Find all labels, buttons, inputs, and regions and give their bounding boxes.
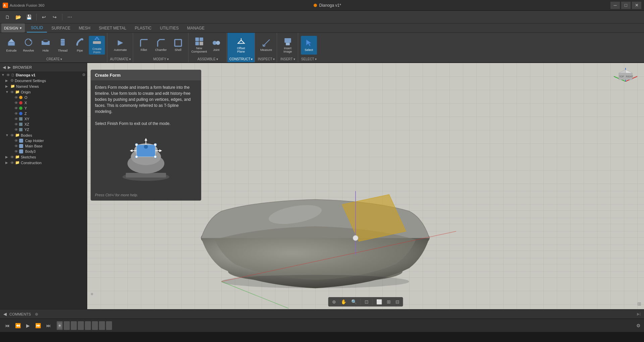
- tooltip-footer: Press Ctrl+/ for more help.: [91, 191, 201, 200]
- origin-yz-label: YZ: [24, 128, 29, 132]
- timeline-settings-btn[interactable]: ⚙: [636, 323, 641, 328]
- root-settings-icon[interactable]: ⚙: [82, 73, 86, 77]
- fit-screen-btn[interactable]: ⊡: [363, 298, 370, 305]
- qa-extra1[interactable]: ⋯: [65, 12, 74, 22]
- thread-button[interactable]: Thread: [55, 36, 71, 55]
- origin-y-dot-icon: [19, 107, 22, 110]
- thread-icon: [58, 38, 67, 48]
- cap-holder-body-icon: [19, 139, 23, 143]
- origin-xy-item[interactable]: 👁 XY: [0, 116, 87, 122]
- timeline-marker-1[interactable]: [57, 321, 63, 330]
- browser-back-btn[interactable]: ◀: [3, 65, 6, 70]
- viewport[interactable]: Create Form Enters Form mode and inserts…: [87, 63, 644, 309]
- modify-caret-icon: ▾: [167, 57, 169, 61]
- redo-button[interactable]: ↪: [50, 12, 59, 22]
- pipe-button[interactable]: Pipe: [72, 36, 88, 55]
- tab-sheet-metal[interactable]: SHEET METAL: [95, 23, 130, 32]
- origin-z-item[interactable]: 👁 Z: [0, 111, 87, 116]
- ribbon-section-modify: Fillet Chamfer Shell MODIFY ▾: [134, 33, 189, 62]
- timeline-marker-7[interactable]: [99, 321, 105, 330]
- origin-o-dot-icon: [19, 96, 22, 99]
- timeline-play-btn[interactable]: ▶: [24, 322, 32, 329]
- timeline-prev-btn[interactable]: ⏪: [13, 322, 22, 329]
- timeline-marker-8[interactable]: [106, 321, 112, 330]
- timeline-marker-5[interactable]: [85, 321, 91, 330]
- tab-surface[interactable]: SURFACE: [47, 23, 74, 32]
- main-base-item[interactable]: 👁 Main Base: [0, 143, 87, 149]
- design-dropdown-button[interactable]: DESIGN ▼: [1, 23, 25, 32]
- hole-label: Hole: [43, 49, 49, 53]
- shell-btn[interactable]: Shell: [170, 36, 186, 55]
- sketches-item[interactable]: ▶ 👁 📁 Sketches: [0, 154, 87, 160]
- origin-yz-item[interactable]: 👁 YZ: [0, 127, 87, 132]
- bodies-item[interactable]: ▼ 👁 📁 Bodies: [0, 132, 87, 138]
- move-controls-btn[interactable]: ✋: [339, 298, 348, 305]
- offset-plane-btn[interactable]: Offset Plane: [233, 36, 249, 55]
- revolve-button[interactable]: Revolve: [20, 36, 37, 55]
- close-button[interactable]: ✕: [632, 2, 641, 9]
- select-btn[interactable]: Select: [301, 36, 317, 55]
- main-base-visibility-icon: 👁: [14, 144, 18, 148]
- body3-item[interactable]: 👁 Body3: [0, 149, 87, 154]
- origin-x-item[interactable]: 👁 X: [0, 100, 87, 106]
- comments-add-btn[interactable]: ⊕: [35, 312, 38, 317]
- timeline-marker-4[interactable]: [78, 321, 84, 330]
- root-expand-icon: ▼: [1, 73, 5, 77]
- fillet-btn[interactable]: Fillet: [136, 36, 152, 55]
- automate-btn[interactable]: Automate: [112, 36, 128, 55]
- tab-utilities[interactable]: UTILITIES: [156, 23, 183, 32]
- tab-mesh[interactable]: MESH: [75, 23, 95, 32]
- orbit-controls-btn[interactable]: ⊕: [330, 298, 338, 305]
- tab-manage[interactable]: MANAGE: [183, 23, 209, 32]
- new-button[interactable]: 🗋: [3, 12, 12, 22]
- timeline-next-btn[interactable]: ⏩: [34, 322, 43, 329]
- origin-xy-visibility-icon: 👁: [14, 117, 18, 121]
- measure-btn[interactable]: Measure: [258, 36, 274, 55]
- assemble-section-title: ASSEMBLE ▾: [198, 56, 218, 61]
- units-btn[interactable]: ⊟: [394, 298, 401, 305]
- origin-y-item[interactable]: 👁 Y: [0, 106, 87, 111]
- svg-rect-14: [175, 40, 181, 46]
- timeline-marker-3[interactable]: [71, 321, 77, 330]
- display-mode-btn[interactable]: ⬜: [375, 298, 384, 305]
- insert-derive-btn[interactable]: Insert Image: [280, 36, 296, 55]
- grid-display-btn[interactable]: ⊞: [385, 298, 392, 305]
- cap-holder-item[interactable]: 👁 Cap Holder: [0, 138, 87, 143]
- joint-btn[interactable]: Joint: [208, 36, 224, 55]
- origin-y-visibility-icon: 👁: [14, 106, 18, 110]
- maximize-button[interactable]: □: [621, 2, 631, 9]
- document-settings-item[interactable]: ▶ ⚙ Document Settings: [0, 78, 87, 83]
- timeline-skip-end-btn[interactable]: ⏭: [45, 322, 53, 329]
- create-form-button[interactable]: Create Form: [89, 36, 105, 55]
- origin-o-item[interactable]: 👁 O: [0, 95, 87, 100]
- extrude-button[interactable]: Extrude: [3, 36, 19, 55]
- chamfer-btn[interactable]: Chamfer: [153, 36, 169, 55]
- browser-root-item[interactable]: ▼ 👁 🗋 Dianoga v1 ⚙: [0, 72, 87, 78]
- hole-button[interactable]: Hole: [38, 36, 54, 55]
- open-button[interactable]: 📂: [13, 12, 23, 22]
- browser-forward-btn[interactable]: ▶: [8, 65, 11, 70]
- timeline-marker-6[interactable]: [92, 321, 98, 330]
- timeline-skip-start-btn[interactable]: ⏮: [3, 322, 11, 329]
- zoom-controls-btn[interactable]: 🔍: [350, 298, 359, 305]
- tab-plastic[interactable]: PLASTIC: [131, 23, 156, 32]
- comments-collapse-icon[interactable]: ▶|: [637, 312, 641, 316]
- origin-o-visibility-icon: 👁: [14, 95, 18, 99]
- origin-item[interactable]: ▼ 👁 📁 Origin: [0, 89, 87, 95]
- construction-expand-icon: ▶: [5, 161, 9, 164]
- insert-caret-icon: ▾: [293, 57, 295, 61]
- construction-item[interactable]: ▶ 👁 📁 Construction: [0, 160, 87, 165]
- tab-solid[interactable]: SOLID: [27, 23, 47, 32]
- insert-section-title: INSERT ▾: [280, 56, 295, 61]
- origin-xz-item[interactable]: 👁 XZ: [0, 122, 87, 127]
- select-section-title: SELECT ▾: [301, 56, 317, 61]
- new-component-btn[interactable]: New Component: [191, 36, 207, 55]
- viewport-expand-btn[interactable]: ⊞: [637, 301, 641, 306]
- timeline-marker-2[interactable]: [64, 321, 70, 330]
- named-views-item[interactable]: ▶ 📁 Named Views: [0, 83, 87, 89]
- minimize-button[interactable]: ─: [610, 2, 620, 9]
- comments-expand-btn[interactable]: ◀: [3, 312, 7, 317]
- save-button[interactable]: 💾: [24, 12, 34, 22]
- undo-button[interactable]: ↩: [39, 12, 49, 22]
- origin-xz-plane-icon: [19, 123, 22, 126]
